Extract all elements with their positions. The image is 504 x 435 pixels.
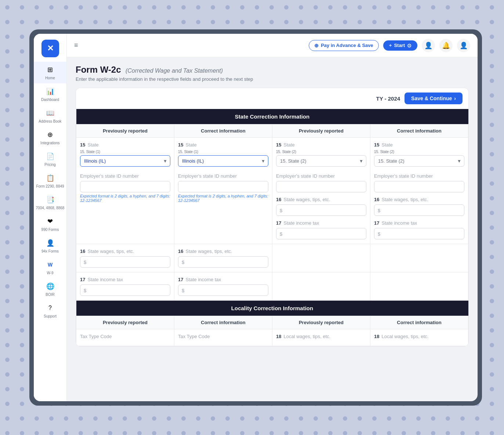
col3-employer-id-input[interactable] (276, 181, 366, 192)
main-content: ≡ ⊕ Pay in Advance & Save + Start ⊙ 👤 🔔 (67, 34, 478, 401)
start-button[interactable]: + Start ⊙ (383, 40, 417, 51)
save-continue-button[interactable]: Save & Continue › (405, 93, 463, 104)
sidebar-item-dashboard[interactable]: 📊 Dashboard (34, 83, 66, 105)
locality-col-header-4: Correct information (370, 316, 468, 329)
col4-field16-name: State wages, tips, etc. (381, 197, 428, 202)
col4-field16-num: 16 (374, 197, 379, 202)
col4-employer-id-input[interactable] (374, 181, 464, 192)
form7004-icon: 📑 (45, 195, 55, 205)
sidebar-item-support[interactable]: ? Support (34, 300, 66, 322)
notifications-button[interactable]: 🔔 (439, 39, 453, 52)
header: ≡ ⊕ Pay in Advance & Save + Start ⊙ 👤 🔔 (67, 34, 478, 57)
col3-wages-input[interactable] (276, 204, 366, 216)
pay-advance-circle-icon: ⊕ (314, 43, 319, 48)
sidebar-item-form7004[interactable]: 📑 7004, 4868, 8868 (34, 192, 66, 213)
col3-field17-num: 17 (276, 220, 281, 226)
locality-col-header-2: Correct information (174, 316, 272, 329)
col4-employer-id-label: Employer's state ID number (374, 173, 464, 179)
sidebar-item-94x[interactable]: 👤 94x Forms (34, 235, 66, 257)
locality-col3-field18-num: 18 (276, 334, 281, 339)
account-button[interactable]: 👤 (457, 39, 470, 52)
form94x-icon: 👤 (45, 238, 55, 248)
col1-hint-text: Expected format is 2 digits, a hyphen, a… (80, 194, 170, 203)
pricing-icon: 📄 (45, 151, 55, 162)
sidebar-label-home: Home (45, 76, 55, 80)
sidebar-label-form7004: 7004, 4868, 8868 (36, 206, 65, 210)
col1-field17-cell: 17 State income tax $ (76, 272, 174, 301)
sidebar-item-boir[interactable]: 🌐 BOIR (34, 278, 66, 300)
col1-dollar-icon-16: $ (84, 259, 86, 265)
sidebar-item-home[interactable]: ⊞ Home (34, 62, 66, 83)
sidebar-label-dashboard: Dashboard (41, 98, 59, 102)
col4-field17-num: 17 (374, 220, 379, 226)
col4-income-tax-input[interactable] (374, 228, 464, 239)
sidebar: ✕ ⊞ Home 📊 Dashboard 📖 Address Book ⊕ In… (34, 34, 67, 401)
form-card-header: TY - 2024 Save & Continue › (76, 88, 468, 109)
col1-employer-id-input[interactable] (80, 181, 170, 192)
sidebar-item-pricing[interactable]: 📄 Pricing (34, 148, 66, 170)
col3-income-tax-input[interactable] (276, 228, 366, 239)
page-title: Form W-2c (Corrected Wage and Tax Statem… (76, 65, 469, 75)
sidebar-item-990[interactable]: ❤ 990 Forms (34, 213, 66, 235)
state-field17-row: 17 State income tax $ 17 (76, 272, 468, 301)
col3-dollar-icon-17: $ (280, 231, 282, 236)
col3-field15-name: State (283, 142, 294, 148)
col4-dollar-icon-17: $ (378, 231, 380, 236)
col2-wages-input[interactable] (178, 256, 268, 268)
col1-income-tax-input[interactable] (80, 284, 170, 296)
col2-dollar-icon-16: $ (182, 259, 184, 265)
contacts-icon: 👤 (424, 41, 432, 50)
col4-field17-name: State income tax (381, 220, 417, 226)
sidebar-item-w9[interactable]: W W-9 (34, 257, 66, 278)
col3-state-select[interactable]: 15. State (2) (276, 155, 366, 167)
sidebar-item-form2290[interactable]: 📋 Form 2290, 8849 (34, 170, 66, 192)
col1-field17-name: State income tax (87, 277, 123, 282)
col2-field15-name: State (185, 142, 196, 148)
col3-field16-num: 16 (276, 197, 281, 202)
col1-dollar-icon-17: $ (84, 287, 86, 293)
contacts-button[interactable]: 👤 (422, 39, 435, 52)
col4-field15-name: State (381, 142, 392, 148)
bell-icon: 🔔 (442, 41, 450, 50)
col2-employer-id-input[interactable] (178, 181, 268, 192)
pay-advance-label: Pay in Advance & Save (321, 43, 373, 48)
col3-field16-name: State wages, tips, etc. (283, 197, 330, 202)
save-continue-arrow-icon: › (454, 95, 456, 101)
col4-state-select[interactable]: 15. State (2) (374, 155, 464, 167)
col1-state-select[interactable]: Illinois (IL) (80, 155, 170, 167)
col1-wages-input[interactable] (80, 256, 170, 268)
sidebar-label-94x: 94x Forms (41, 249, 59, 254)
pay-advance-button[interactable]: ⊕ Pay in Advance & Save (309, 40, 379, 51)
col3-field16-empty (272, 244, 370, 272)
col2-income-tax-input[interactable] (178, 284, 268, 296)
sidebar-item-address-book[interactable]: 📖 Address Book (34, 105, 66, 127)
col2-state-select[interactable]: Illinois (IL) (178, 155, 268, 167)
sidebar-label-integrations: Integrations (40, 141, 59, 145)
col4-field15-num: 15 (374, 142, 379, 148)
locality-col-header-1: Previously reported (76, 316, 174, 329)
col3-field17-empty (272, 272, 370, 301)
page-title-italic: (Corrected Wage and Tax Statement) (126, 68, 223, 74)
page-description: Enter the applicable information in the … (76, 76, 469, 82)
sidebar-item-integrations[interactable]: ⊕ Integrations (34, 127, 66, 148)
support-icon: ? (45, 303, 55, 313)
app-logo[interactable]: ✕ (41, 40, 59, 57)
col-header-4: Correct information (370, 124, 468, 138)
ty-label: TY - 2024 (376, 95, 400, 102)
locality-section-header-row: Locality Correction Information (76, 301, 468, 316)
col4-dollar-icon-16: $ (378, 207, 380, 213)
sidebar-label-support: Support (44, 314, 57, 319)
col2-hint-text: Expected format is 2 digits, a hyphen, a… (178, 194, 268, 203)
sidebar-label-990: 990 Forms (41, 228, 59, 232)
col4-wages-input[interactable] (374, 204, 464, 216)
col2-employer-id-label: Employer's state ID number (178, 173, 268, 179)
form-card: TY - 2024 Save & Continue › State Correc… (76, 88, 469, 347)
state-section-title: State Correction Information (76, 109, 468, 124)
locality-col-header-row: Previously reported Correct information … (76, 316, 468, 329)
col2-field17-cell: 17 State income tax $ (174, 272, 272, 301)
locality-col2-tax-type-label: Tax Type Code (178, 334, 268, 339)
menu-icon[interactable]: ≡ (74, 41, 78, 49)
col2-field17-num: 17 (178, 277, 183, 282)
locality-col4-field18-cell: 18 Local wages, tips, etc. (370, 329, 468, 346)
state-col1-cell: 15 State 15. State (1) Illinois (IL) ▼ (76, 138, 174, 244)
